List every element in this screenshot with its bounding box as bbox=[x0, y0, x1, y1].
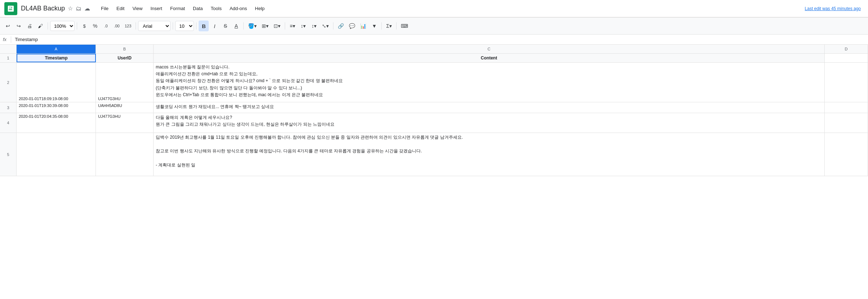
col-header-a[interactable]: A bbox=[17, 45, 96, 53]
decimal-more-button[interactable]: .00 bbox=[112, 21, 122, 31]
merge-button[interactable]: ⊡▾ bbox=[271, 21, 283, 31]
print-button[interactable]: 🖨 bbox=[25, 21, 35, 31]
table-row: 3 2020-01-01T19:30:39-08:00 UAHH5AD8U 생활… bbox=[0, 102, 868, 113]
italic-button[interactable]: I bbox=[209, 21, 220, 31]
row-number-4: 4 bbox=[0, 113, 17, 133]
row-number-1: 1 bbox=[0, 54, 17, 62]
col-header-b[interactable]: B bbox=[96, 45, 154, 53]
file-title: DL4AB Backup bbox=[21, 5, 65, 12]
menu-data[interactable]: Data bbox=[189, 4, 206, 13]
cell-d1[interactable] bbox=[825, 54, 868, 62]
functions-button[interactable]: Σ▾ bbox=[384, 21, 394, 31]
cell-c2[interactable]: macos 쓰시는분들께 질문이 있습니다. 애플리케이션간 전환은 cmd+t… bbox=[154, 63, 825, 102]
cell-b3[interactable]: UAHH5AD8U bbox=[96, 102, 154, 113]
insert-link-button[interactable]: 🔗 bbox=[336, 21, 346, 31]
row-number-3: 3 bbox=[0, 102, 17, 113]
fill-color-button[interactable]: 🪣▾ bbox=[246, 21, 259, 31]
text-wrapping-button[interactable]: ⤡▾ bbox=[320, 21, 331, 31]
separator-3 bbox=[136, 22, 136, 30]
text-rotation-button[interactable]: ↕▾ bbox=[309, 21, 319, 31]
sheets-logo bbox=[4, 2, 17, 15]
cell-b1[interactable]: UserID bbox=[96, 54, 154, 62]
separator-1 bbox=[48, 22, 48, 30]
cloud-icon[interactable]: ☁ bbox=[84, 5, 90, 12]
col-header-d[interactable]: D bbox=[825, 45, 868, 53]
percent-button[interactable]: % bbox=[90, 21, 100, 31]
separator-2 bbox=[77, 22, 77, 30]
currency-button[interactable]: $ bbox=[79, 21, 89, 31]
cell-d4[interactable] bbox=[825, 113, 868, 133]
cell-b4[interactable]: UJ477G3HU bbox=[96, 113, 154, 133]
spreadsheet: A B C D 1 Timestamp UserID Content 2 202… bbox=[0, 45, 868, 176]
cell-a3[interactable]: 2020-01-01T19:30:39-08:00 bbox=[17, 102, 96, 113]
cell-a4[interactable]: 2020-01-01T20:04:35-08:00 bbox=[17, 113, 96, 133]
borders-button[interactable]: ⊞▾ bbox=[260, 21, 271, 31]
menu-edit[interactable]: Edit bbox=[113, 4, 128, 13]
menu-bar: File Edit View Insert Format Data Tools … bbox=[97, 4, 864, 13]
folder-icon[interactable]: 🗂 bbox=[76, 5, 81, 12]
underline-button[interactable]: A bbox=[231, 21, 241, 31]
table-row: 4 2020-01-01T20:04:35-08:00 UJ477G3HU 다들… bbox=[0, 113, 868, 133]
separator-8 bbox=[333, 22, 333, 30]
formula-bar: fx Timestamp bbox=[0, 35, 868, 45]
strikethrough-button[interactable]: S bbox=[220, 21, 230, 31]
undo-button[interactable]: ↩ bbox=[3, 21, 13, 31]
align-horizontal-button[interactable]: ≡▾ bbox=[287, 21, 297, 31]
insert-comment-button[interactable]: 💬 bbox=[347, 21, 357, 31]
row-number-2: 2 bbox=[0, 63, 17, 102]
menu-help[interactable]: Help bbox=[251, 4, 268, 13]
align-vertical-button[interactable]: ↕▾ bbox=[298, 21, 308, 31]
cell-b5[interactable] bbox=[96, 133, 154, 176]
fx-label: fx bbox=[3, 37, 6, 42]
col-header-c[interactable]: C bbox=[154, 45, 825, 53]
paint-format-button[interactable]: 🖌 bbox=[35, 21, 45, 31]
separator-10 bbox=[396, 22, 397, 30]
table-row: 5 딥백수 2019년 회고행사를 1월 11일 토요일 오후에 진행해볼까 합… bbox=[0, 133, 868, 176]
cell-a1[interactable]: Timestamp bbox=[17, 54, 96, 62]
bold-button[interactable]: B bbox=[199, 21, 209, 31]
separator-4 bbox=[173, 22, 173, 30]
cell-d5[interactable] bbox=[825, 133, 868, 176]
explore-button[interactable]: ⌨ bbox=[399, 21, 410, 31]
font-size-select[interactable]: 10 bbox=[175, 21, 194, 31]
font-select[interactable]: Arial bbox=[138, 21, 170, 31]
filter-button[interactable]: ▼ bbox=[369, 21, 379, 31]
cell-c1[interactable]: Content bbox=[154, 54, 825, 62]
corner-cell bbox=[0, 45, 17, 53]
cell-c5[interactable]: 딥백수 2019년 회고행사를 1월 11일 토요일 오후에 진행해볼까 합니다… bbox=[154, 133, 825, 176]
formula-divider bbox=[11, 36, 11, 43]
menu-insert[interactable]: Insert bbox=[147, 4, 166, 13]
last-edit-label: Last edit was 45 minutes ago bbox=[805, 6, 864, 11]
table-row: 2 2020-01-01T18:09:19-08:00 UJ477G3HU ma… bbox=[0, 63, 868, 102]
zoom-select[interactable]: 100% bbox=[50, 21, 75, 31]
separator-5 bbox=[196, 22, 196, 30]
star-icon[interactable]: ☆ bbox=[68, 5, 73, 12]
cell-d3[interactable] bbox=[825, 102, 868, 113]
toolbar: ↩ ↪ 🖨 🖌 100% $ % .0 .00 123 Arial 10 B I… bbox=[0, 17, 868, 35]
separator-6 bbox=[243, 22, 244, 30]
title-action-icons: ☆ 🗂 ☁ bbox=[68, 5, 90, 12]
insert-chart-button[interactable]: 📊 bbox=[358, 21, 368, 31]
separator-7 bbox=[285, 22, 285, 30]
menu-format[interactable]: Format bbox=[167, 4, 189, 13]
menu-tools[interactable]: Tools bbox=[207, 4, 225, 13]
cell-a2[interactable]: 2020-01-01T18:09:19-08:00 bbox=[17, 63, 96, 102]
cell-d2[interactable] bbox=[825, 63, 868, 102]
cell-c3[interactable]: 생활코딩 사이트 뭔가 재밌네요... 연휴에 짝~ 땡겨보고 싶네요 bbox=[154, 102, 825, 113]
separator-9 bbox=[381, 22, 382, 30]
row-number-5: 5 bbox=[0, 133, 17, 176]
redo-button[interactable]: ↪ bbox=[14, 21, 24, 31]
decimal-less-button[interactable]: .0 bbox=[101, 21, 111, 31]
column-headers: A B C D bbox=[0, 45, 868, 54]
title-bar: DL4AB Backup ☆ 🗂 ☁ File Edit View Insert… bbox=[0, 0, 868, 17]
formula-content: Timestamp bbox=[15, 37, 38, 42]
menu-view[interactable]: View bbox=[129, 4, 146, 13]
cell-b2[interactable]: UJ477G3HU bbox=[96, 63, 154, 102]
table-row: 1 Timestamp UserID Content bbox=[0, 54, 868, 63]
menu-file[interactable]: File bbox=[97, 4, 112, 13]
format-number-button[interactable]: 123 bbox=[123, 21, 133, 31]
menu-addons[interactable]: Add-ons bbox=[226, 4, 251, 13]
cell-a5[interactable] bbox=[17, 133, 96, 176]
cell-c4[interactable]: 다들 올해의 계획은 어떻게 세우시나요? 뭔가 큰 그림을 그리고 채워나가고… bbox=[154, 113, 825, 133]
